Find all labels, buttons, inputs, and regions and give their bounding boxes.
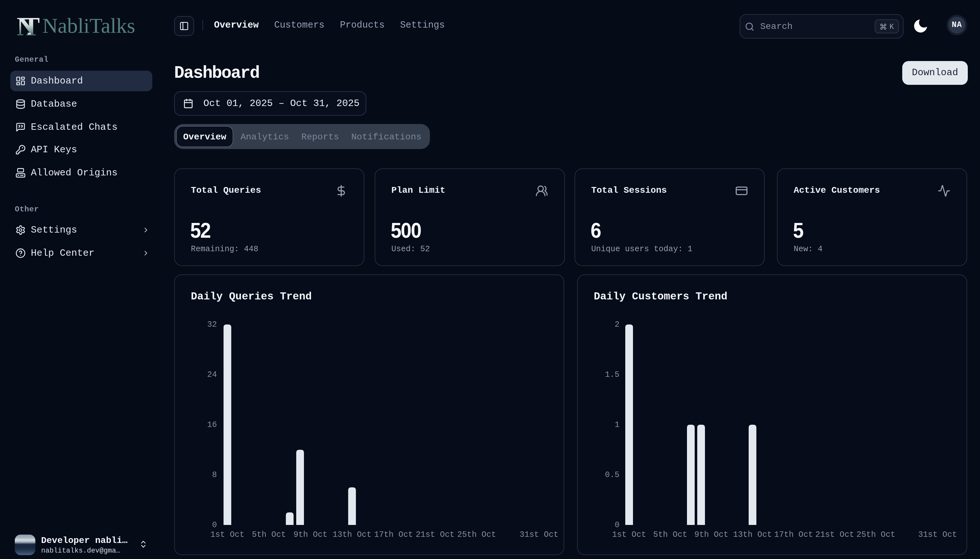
svg-text:2: 2 [615, 320, 620, 329]
svg-text:1: 1 [615, 420, 620, 430]
svg-text:21st Oct: 21st Oct [416, 530, 454, 539]
svg-text:1.5: 1.5 [605, 370, 620, 379]
svg-text:1st Oct: 1st Oct [210, 530, 245, 539]
svg-text:9th Oct: 9th Oct [293, 530, 327, 539]
svg-text:17th Oct: 17th Oct [374, 530, 413, 539]
svg-text:5th Oct: 5th Oct [252, 530, 286, 539]
svg-text:32: 32 [207, 320, 217, 329]
svg-text:24: 24 [207, 370, 217, 379]
svg-text:17th Oct: 17th Oct [774, 530, 813, 539]
svg-text:21st Oct: 21st Oct [815, 530, 854, 539]
svg-text:1st Oct: 1st Oct [612, 530, 646, 539]
svg-text:9th Oct: 9th Oct [694, 530, 729, 539]
svg-text:25th Oct: 25th Oct [857, 530, 896, 539]
svg-text:13th Oct: 13th Oct [733, 530, 772, 539]
svg-text:31st Oct: 31st Oct [520, 530, 559, 539]
svg-text:5th Oct: 5th Oct [653, 530, 687, 539]
svg-text:16: 16 [207, 420, 217, 430]
svg-text:8: 8 [212, 470, 217, 480]
svg-text:13th Oct: 13th Oct [332, 530, 372, 539]
svg-text:31st Oct: 31st Oct [918, 530, 957, 539]
svg-text:25th Oct: 25th Oct [457, 530, 496, 539]
svg-text:0.5: 0.5 [605, 470, 620, 480]
svg-text:0: 0 [615, 521, 620, 530]
svg-text:0: 0 [212, 521, 217, 530]
